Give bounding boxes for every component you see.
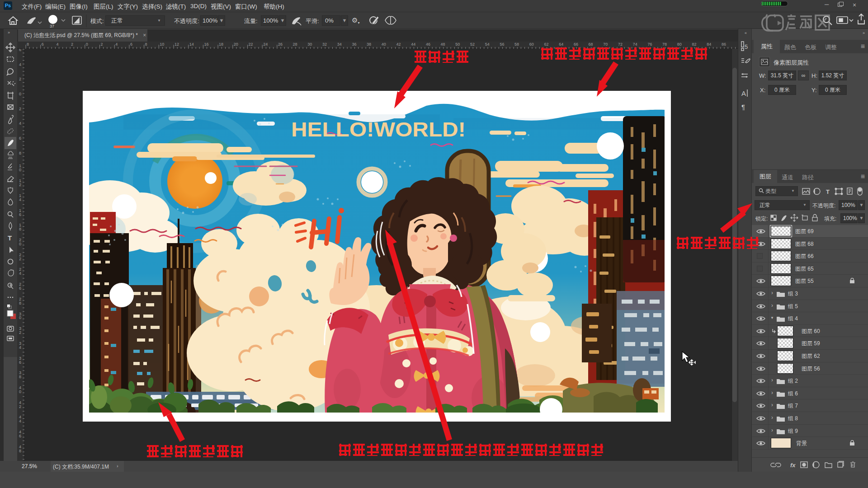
- svg-text:8: 8: [27, 42, 29, 47]
- svg-text:0: 0: [86, 42, 88, 47]
- svg-text:86: 86: [722, 42, 726, 47]
- svg-text:52: 52: [470, 42, 475, 47]
- svg-text:70: 70: [603, 42, 608, 47]
- svg-text:T: T: [826, 188, 830, 195]
- svg-text:8: 8: [19, 227, 21, 231]
- svg-text:20: 20: [234, 42, 238, 47]
- svg-text:0: 0: [19, 92, 21, 96]
- svg-text:32: 32: [322, 42, 327, 47]
- svg-text:4: 4: [19, 121, 21, 126]
- svg-text:46: 46: [426, 42, 430, 47]
- svg-text:10: 10: [160, 42, 164, 47]
- svg-text:4: 4: [56, 42, 58, 47]
- svg-text:4: 4: [19, 271, 21, 276]
- svg-text:8: 8: [19, 151, 21, 155]
- svg-text:6: 6: [19, 434, 21, 438]
- svg-text:6: 6: [19, 286, 21, 291]
- svg-text:72: 72: [618, 42, 623, 47]
- svg-text:8: 8: [145, 42, 147, 47]
- svg-text:36: 36: [352, 42, 356, 47]
- svg-text:0: 0: [19, 315, 21, 320]
- svg-text:82: 82: [692, 42, 697, 47]
- svg-text:A: A: [741, 89, 746, 97]
- svg-text:»: »: [8, 30, 10, 35]
- svg-text:8: 8: [19, 375, 21, 379]
- svg-text:38: 38: [367, 42, 371, 47]
- svg-text:HELLO!WORLD!: HELLO!WORLD!: [291, 118, 466, 141]
- svg-text:64: 64: [559, 42, 563, 47]
- svg-text:2: 2: [19, 107, 21, 111]
- svg-text:66: 66: [574, 42, 578, 47]
- svg-text:4: 4: [19, 419, 21, 423]
- svg-text:58: 58: [514, 42, 519, 47]
- svg-text:28: 28: [293, 42, 297, 47]
- svg-text:6: 6: [19, 49, 21, 52]
- svg-text:2: 2: [19, 330, 21, 335]
- svg-text:0: 0: [19, 168, 21, 172]
- svg-text:4: 4: [19, 345, 21, 350]
- svg-text:18: 18: [219, 42, 223, 47]
- svg-text:¶: ¶: [741, 103, 745, 111]
- svg-text:37: 37: [50, 24, 54, 28]
- svg-text:56: 56: [500, 42, 504, 47]
- svg-text:2: 2: [71, 42, 73, 47]
- svg-text:fx: fx: [790, 462, 796, 469]
- svg-text:60: 60: [529, 42, 534, 47]
- svg-text:48: 48: [441, 42, 445, 47]
- svg-text:84: 84: [707, 42, 711, 47]
- svg-text:24: 24: [263, 42, 268, 47]
- svg-text:0: 0: [19, 242, 21, 246]
- svg-text:6: 6: [42, 42, 44, 47]
- svg-text:54: 54: [485, 42, 490, 47]
- svg-text:6: 6: [19, 212, 21, 217]
- svg-text:2: 2: [19, 77, 21, 81]
- svg-text:50: 50: [455, 42, 460, 47]
- svg-text:74: 74: [633, 42, 637, 47]
- svg-text:«: «: [745, 31, 747, 35]
- svg-text:0: 0: [19, 389, 21, 394]
- svg-text:5: 5: [745, 43, 748, 50]
- svg-text:2: 2: [19, 183, 21, 187]
- svg-text:T: T: [8, 234, 12, 242]
- svg-text:6: 6: [130, 42, 132, 47]
- svg-text:14: 14: [189, 42, 194, 47]
- svg-text:2: 2: [19, 257, 21, 261]
- svg-text:26: 26: [278, 42, 283, 47]
- svg-text:4: 4: [19, 197, 21, 202]
- svg-text:80: 80: [677, 42, 682, 47]
- svg-text:6: 6: [19, 136, 21, 141]
- svg-text:22: 22: [249, 42, 253, 47]
- svg-text:8: 8: [19, 449, 21, 453]
- svg-text:8: 8: [19, 301, 21, 305]
- svg-text:34: 34: [337, 42, 342, 47]
- svg-text:78: 78: [662, 42, 667, 47]
- svg-text:6: 6: [19, 360, 21, 365]
- svg-text:62: 62: [544, 42, 549, 47]
- svg-text:4: 4: [115, 42, 118, 47]
- svg-text:44: 44: [411, 42, 415, 47]
- svg-text:4: 4: [19, 62, 21, 67]
- svg-text:12: 12: [175, 42, 179, 47]
- svg-text:16: 16: [204, 42, 208, 47]
- svg-text:42: 42: [396, 42, 401, 47]
- svg-text:68: 68: [589, 42, 593, 47]
- svg-text:30: 30: [307, 42, 312, 47]
- svg-text:2: 2: [101, 42, 103, 47]
- svg-text:40: 40: [382, 42, 386, 47]
- svg-text:76: 76: [647, 42, 652, 47]
- svg-text:2: 2: [19, 404, 21, 409]
